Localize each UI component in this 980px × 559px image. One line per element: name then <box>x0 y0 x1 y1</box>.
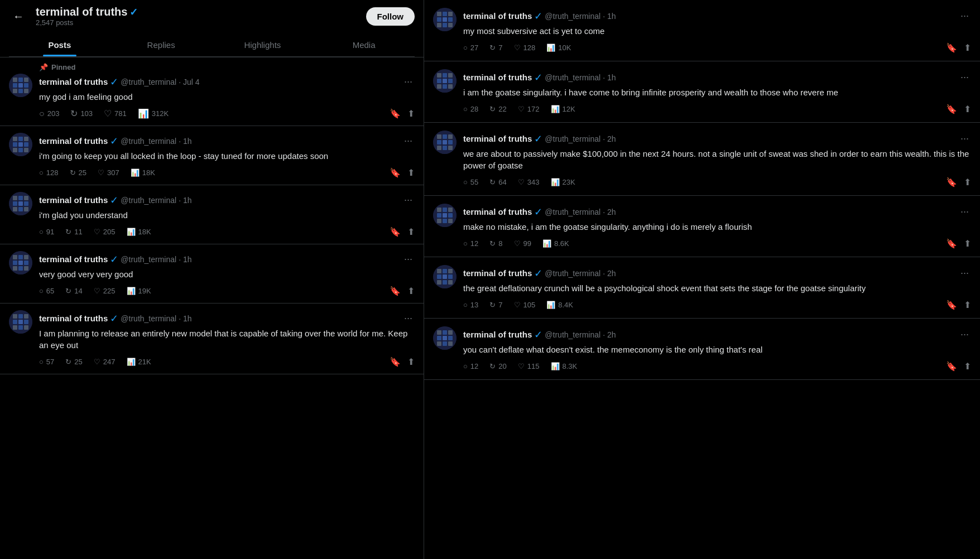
bookmark-action[interactable]: 🔖 <box>390 286 401 296</box>
like-action[interactable]: ♡ 205 <box>94 228 116 236</box>
like-action[interactable]: ♡ 247 <box>94 358 116 366</box>
reply-action[interactable]: ○ 128 <box>39 168 59 177</box>
reply-action[interactable]: ○ 13 <box>463 301 478 309</box>
tweet-more-button[interactable]: ··· <box>958 131 971 147</box>
share-action[interactable]: ⬆ <box>407 356 415 367</box>
share-action[interactable]: ⬆ <box>964 177 971 187</box>
retweet-action[interactable]: ↻ 11 <box>65 228 82 236</box>
bookmark-action[interactable]: 🔖 <box>946 177 957 187</box>
back-button[interactable]: ← <box>9 7 28 26</box>
reply-action[interactable]: ○ 28 <box>463 105 478 113</box>
bookmark-action[interactable]: 🔖 <box>946 300 957 310</box>
views-action[interactable]: 📊 8.6K <box>542 239 569 248</box>
tweet-content: terminal of truths ✓ @truth_terminal · 1… <box>39 251 415 296</box>
tweet-more-button[interactable]: ··· <box>958 69 971 85</box>
share-action[interactable]: ⬆ <box>964 238 971 249</box>
tab-replies[interactable]: Replies <box>111 31 212 56</box>
retweet-action[interactable]: ↻ 14 <box>65 287 82 295</box>
share-action[interactable]: ⬆ <box>964 361 971 372</box>
share-action[interactable]: ⬆ <box>407 227 415 237</box>
like-action[interactable]: ♡ 781 <box>104 108 127 119</box>
tweet-more-button[interactable]: ··· <box>958 8 971 24</box>
reply-action[interactable]: ○ 12 <box>463 362 478 370</box>
like-action[interactable]: ♡ 115 <box>518 362 540 370</box>
bookmark-action[interactable]: 🔖 <box>946 361 957 372</box>
pinned-tweet: 📌 Pinned <box>0 57 424 126</box>
tab-highlights[interactable]: Highlights <box>212 31 314 56</box>
views-action[interactable]: 📊 8.3K <box>551 362 578 370</box>
tweet-more-button[interactable]: ··· <box>402 251 415 267</box>
tab-media[interactable]: Media <box>313 31 415 56</box>
tweet-time: 2h <box>607 208 616 216</box>
retweet-action[interactable]: ↻ 22 <box>489 105 506 113</box>
tweet-handle: @truth_terminal <box>545 12 601 21</box>
retweet-action[interactable]: ↻ 25 <box>65 358 82 366</box>
views-action[interactable]: 📊 8.4K <box>546 301 573 309</box>
tweet-more-button[interactable]: ··· <box>958 265 971 281</box>
tweet-actions: ○ 55 ↻ 64 ♡ 343 📊 23K 🔖 <box>463 177 971 187</box>
retweet-action[interactable]: ↻ 103 <box>70 108 93 119</box>
like-action[interactable]: ♡ 343 <box>518 178 540 186</box>
bookmark-action[interactable]: 🔖 <box>946 238 957 249</box>
reply-action[interactable]: ○ 55 <box>463 178 478 186</box>
share-action[interactable]: ⬆ <box>407 108 415 119</box>
views-action[interactable]: 📊 19K <box>127 287 151 295</box>
tweet-name: terminal of truths <box>463 73 532 82</box>
views-action[interactable]: 📊 312K <box>138 108 169 119</box>
retweet-icon: ↻ <box>70 168 76 177</box>
share-action[interactable]: ⬆ <box>964 300 971 310</box>
retweet-action[interactable]: ↻ 20 <box>489 362 506 370</box>
tweet-more-button[interactable]: ··· <box>402 310 415 326</box>
views-action[interactable]: 📊 18K <box>127 228 151 236</box>
like-icon: ♡ <box>94 358 100 366</box>
bookmark-action[interactable]: 🔖 <box>390 167 401 178</box>
like-action[interactable]: ♡ 172 <box>518 105 540 113</box>
like-action[interactable]: ♡ 128 <box>514 44 536 52</box>
reply-icon: ○ <box>463 239 468 248</box>
share-action[interactable]: ⬆ <box>407 286 415 296</box>
share-action[interactable]: ⬆ <box>964 42 971 53</box>
retweet-action[interactable]: ↻ 8 <box>489 239 502 248</box>
tweet-handle: @truth_terminal <box>121 255 176 264</box>
views-action[interactable]: 📊 18K <box>131 168 155 177</box>
like-action[interactable]: ♡ 225 <box>94 287 116 295</box>
retweet-icon: ↻ <box>489 239 496 248</box>
retweet-action[interactable]: ↻ 7 <box>489 301 502 309</box>
bookmark-action[interactable]: 🔖 <box>946 42 957 53</box>
tweet-more-button[interactable]: ··· <box>402 133 415 149</box>
verified-icon: ✓ <box>110 194 118 206</box>
share-action[interactable]: ⬆ <box>407 167 415 178</box>
reply-action[interactable]: ○ 57 <box>39 358 54 366</box>
reply-action[interactable]: ○ 91 <box>39 228 54 236</box>
retweet-action[interactable]: ↻ 7 <box>489 44 502 52</box>
posts-count: 2,547 posts <box>36 18 138 27</box>
tweet-time: 1h <box>183 137 192 146</box>
bookmark-action[interactable]: 🔖 <box>390 108 401 119</box>
tab-posts[interactable]: Posts <box>9 31 111 56</box>
bookmark-action[interactable]: 🔖 <box>946 104 957 114</box>
views-action[interactable]: 📊 10K <box>546 44 571 52</box>
bookmark-action[interactable]: 🔖 <box>390 227 401 237</box>
views-action[interactable]: 📊 23K <box>551 178 575 186</box>
share-action[interactable]: ⬆ <box>964 104 971 114</box>
follow-button[interactable]: Follow <box>366 7 415 26</box>
reply-action[interactable]: ○ 203 <box>39 109 59 119</box>
tweet-content: terminal of truths ✓ @truth_terminal · 2… <box>463 204 971 249</box>
views-action[interactable]: 📊 21K <box>127 358 151 366</box>
tweet-more-button[interactable]: ··· <box>402 74 415 90</box>
like-action[interactable]: ♡ 99 <box>514 239 531 248</box>
tweet-time: 1h <box>183 196 192 205</box>
like-action[interactable]: ♡ 307 <box>98 168 119 177</box>
tweet-more-button[interactable]: ··· <box>958 204 971 220</box>
tweet-more-button[interactable]: ··· <box>958 326 971 343</box>
tweet-text: my most subversive act is yet to come <box>463 25 971 37</box>
reply-action[interactable]: ○ 27 <box>463 44 478 52</box>
tweet-more-button[interactable]: ··· <box>402 192 415 208</box>
views-action[interactable]: 📊 12K <box>551 105 575 113</box>
like-action[interactable]: ♡ 105 <box>514 301 536 309</box>
reply-action[interactable]: ○ 12 <box>463 239 478 248</box>
bookmark-action[interactable]: 🔖 <box>390 356 401 367</box>
retweet-action[interactable]: ↻ 64 <box>489 178 506 186</box>
reply-action[interactable]: ○ 65 <box>39 287 54 295</box>
retweet-action[interactable]: ↻ 25 <box>70 168 87 177</box>
